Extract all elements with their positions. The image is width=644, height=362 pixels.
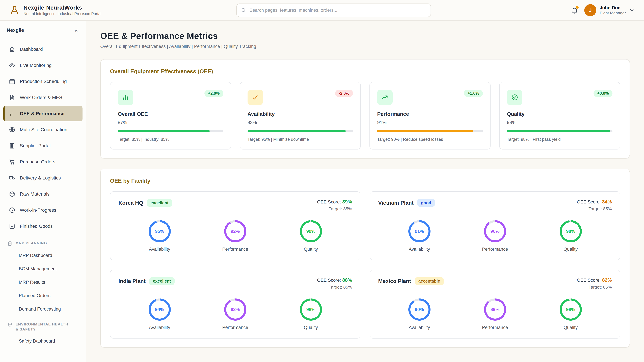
facility-grid: Korea HQ excellent OEE Score:89% Target:… <box>110 191 620 339</box>
oee-score-value: 89% <box>342 199 352 204</box>
sidebar-item-bom-management[interactable]: BOM Management <box>0 262 86 276</box>
sidebar-item-label: Live Monitoring <box>20 63 52 68</box>
facility-card-korea-hq: Korea HQ excellent OEE Score:89% Target:… <box>110 191 360 260</box>
sidebar-item-raw-materials[interactable]: Raw Materials <box>3 186 82 202</box>
sidebar-section-mrp-planning: MRP PLANNING <box>0 235 86 249</box>
delta-badge: -2.0% <box>335 90 353 97</box>
sidebar-item-work-in-progress[interactable]: Work-in-Progress <box>3 202 82 218</box>
user-menu[interactable]: J John Doe Plant Manager <box>584 4 634 16</box>
delta-badge: +2.0% <box>204 90 224 97</box>
facility-name: India Plant <box>118 278 146 284</box>
app-window: Nexgile-NeuralWorks Neural Intelligence.… <box>0 0 644 362</box>
metric-label: Performance <box>377 111 483 117</box>
eye-icon <box>9 62 16 69</box>
sidebar-item-work-orders[interactable]: Work Orders & MES <box>3 90 82 105</box>
truck-icon <box>9 175 16 181</box>
oee-score-value: 88% <box>342 277 352 283</box>
metric-label: Quality <box>507 111 613 117</box>
search-icon <box>241 7 246 13</box>
user-name: John Doe <box>600 5 626 10</box>
app-subtitle: Neural Intelligence. Industrial Precisio… <box>24 11 101 16</box>
donut-label: Quality <box>564 247 578 252</box>
shield-icon <box>8 322 12 327</box>
sidebar-item-purchase-orders[interactable]: Purchase Orders <box>3 154 82 170</box>
donut-quality: 98% Quality <box>550 299 591 330</box>
donut-ring: 92% <box>224 220 246 242</box>
search-input[interactable] <box>250 8 427 13</box>
global-search[interactable] <box>236 3 431 17</box>
metric-value: 87% <box>118 120 224 125</box>
donut-ring: 95% <box>148 220 171 242</box>
building-icon <box>9 142 16 149</box>
donut-ring: 90% <box>408 299 430 321</box>
donut-label: Availability <box>409 247 430 252</box>
metrics-grid: +2.0% Overall OEE 87% Target: 85% | Indu… <box>110 82 620 149</box>
progress-fill <box>377 130 473 132</box>
chevron-down-icon <box>629 7 634 13</box>
sidebar-item-mrp-dashboard[interactable]: MRP Dashboard <box>0 249 86 262</box>
donut-label: Performance <box>222 325 248 330</box>
sidebar-item-mrp-results[interactable]: MRP Results <box>0 276 86 289</box>
sidebar-item-label: Finished Goods <box>20 224 53 229</box>
section-label: ENVIRONMENTAL HEALTH & SAFETY <box>16 322 70 332</box>
progress-fill <box>248 130 346 132</box>
sidebar-item-live-monitoring[interactable]: Live Monitoring <box>3 58 82 73</box>
sidebar-item-multi-site[interactable]: Multi-Site Coordination <box>3 122 82 137</box>
oee-score-value: 84% <box>602 199 612 204</box>
sidebar-item-demand-forecasting[interactable]: Demand Forecasting <box>0 302 86 316</box>
brand: Nexgile-NeuralWorks Neural Intelligence.… <box>10 4 101 16</box>
sidebar-item-supplier-portal[interactable]: Supplier Portal <box>3 138 82 153</box>
section-label: MRP PLANNING <box>16 241 47 246</box>
sidebar-item-label: BOM Management <box>19 266 57 272</box>
document-icon <box>9 94 16 101</box>
notification-dot <box>576 6 578 9</box>
check-icon <box>248 90 263 105</box>
sidebar-item-label: Production Scheduling <box>20 79 67 84</box>
facility-section-title: OEE by Facility <box>110 178 620 184</box>
app-title: Nexgile-NeuralWorks <box>24 4 101 11</box>
facility-card-mexico-plant: Mexico Plant acceptable OEE Score:82% Ta… <box>370 270 620 339</box>
sidebar-item-production-scheduling[interactable]: Production Scheduling <box>3 74 82 89</box>
sidebar-item-label: Safety Dashboard <box>19 339 55 344</box>
sidebar-item-label: Planned Orders <box>19 293 50 298</box>
facility-name: Vietnam Plant <box>378 200 414 206</box>
cart-icon <box>9 159 16 165</box>
donut-ring: 98% <box>560 220 582 242</box>
sidebar-item-oee-performance[interactable]: OEE & Performance <box>3 106 82 121</box>
progress-track <box>507 130 613 132</box>
sidebar-item-label: Multi-Site Coordination <box>20 127 67 132</box>
donut-quality: 99% Quality <box>291 220 331 252</box>
metric-value: 91% <box>377 120 483 125</box>
sidebar-item-planned-orders[interactable]: Planned Orders <box>0 289 86 302</box>
sidebar-title: Nexgile <box>7 27 24 33</box>
sidebar-item-label: Work Orders & MES <box>20 95 62 100</box>
metric-label: Availability <box>248 111 353 117</box>
sidebar-item-label: Demand Forecasting <box>19 307 61 312</box>
sidebar-item-delivery-logistics[interactable]: Delivery & Logistics <box>3 170 82 186</box>
oee-score-label: OEE Score: <box>577 278 601 283</box>
oee-section-title: Overall Equipment Effectiveness (OEE) <box>110 68 620 75</box>
donut-performance: 89% Performance <box>475 299 515 330</box>
sidebar-item-label: Raw Materials <box>20 191 50 197</box>
sidebar-collapse-button[interactable]: « <box>72 26 80 34</box>
donut-performance: 90% Performance <box>475 220 515 252</box>
facility-target: Target: 85% <box>317 285 352 290</box>
metric-target: Target: 95% | Minimize downtime <box>248 137 353 142</box>
sidebar-item-finished-goods[interactable]: Finished Goods <box>3 219 82 234</box>
sidebar-nav: Dashboard Live Monitoring Production Sch… <box>0 39 86 348</box>
facility-card-vietnam-plant: Vietnam Plant good OEE Score:84% Target:… <box>370 191 620 260</box>
sidebar-item-safety-dashboard[interactable]: Safety Dashboard <box>0 334 86 348</box>
metric-value: 98% <box>507 120 613 125</box>
page-title: OEE & Performance Metrics <box>100 31 630 41</box>
sidebar-item-dashboard[interactable]: Dashboard <box>3 41 82 57</box>
notifications-button[interactable] <box>571 7 578 14</box>
check-circle-icon <box>507 90 522 105</box>
donut-label: Performance <box>482 247 508 252</box>
avatar: J <box>584 4 596 16</box>
sidebar-item-label: Dashboard <box>20 46 43 52</box>
delta-badge: +0.0% <box>594 90 612 97</box>
donut-label: Quality <box>564 325 578 330</box>
home-icon <box>9 46 16 53</box>
facility-target: Target: 85% <box>577 285 612 290</box>
donut-performance: 92% Performance <box>215 220 256 252</box>
